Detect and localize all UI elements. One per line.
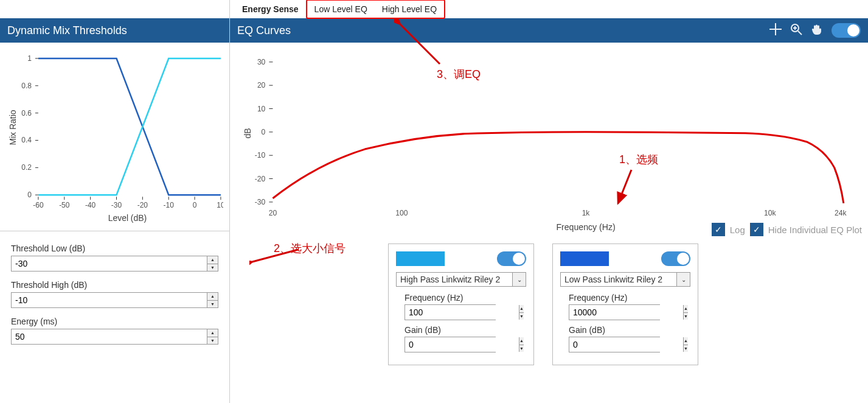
svg-text:10: 10 [257, 105, 266, 113]
svg-text:-30: -30 [255, 198, 266, 206]
energy-label: Energy (ms) [11, 317, 218, 326]
eq-enable-toggle[interactable] [832, 23, 861, 38]
filter1-type-value: High Pass Linkwitz Riley 2 [397, 273, 512, 286]
mix-chart-xlabel: Level (dB) [108, 213, 147, 223]
tab-low-level-eq[interactable]: Low Level EQ [307, 2, 375, 16]
svg-text:-20: -20 [137, 201, 148, 209]
svg-text:0: 0 [262, 128, 266, 136]
filter2-gain-input[interactable]: ▲ ▼ [569, 337, 660, 352]
filter2-type-value: Low Pass Linkwitz Riley 2 [561, 273, 676, 286]
svg-text:30: 30 [257, 58, 266, 66]
filter-box-lowpass: Low Pass Linkwitz Riley 2 ⌄ Frequency (H… [552, 244, 698, 365]
svg-text:-50: -50 [59, 201, 70, 209]
zoom-in-icon[interactable] [790, 23, 802, 38]
svg-text:Frequency (Hz): Frequency (Hz) [556, 222, 615, 232]
mix-chart-ylabel: Mix Ratio [8, 110, 18, 145]
dynamic-mix-header: Dynamic Mix Thresholds [0, 18, 229, 43]
svg-text:-30: -30 [111, 201, 122, 209]
svg-text:0.8: 0.8 [21, 82, 32, 90]
svg-text:0: 0 [193, 201, 197, 209]
spin-down-icon[interactable]: ▼ [519, 313, 524, 320]
filter2-toggle[interactable] [661, 251, 690, 266]
svg-text:10: 10 [217, 201, 223, 209]
svg-line-31 [798, 31, 802, 35]
chevron-down-icon[interactable]: ⌄ [676, 273, 690, 286]
threshold-high-input[interactable]: ▲ ▼ [11, 292, 218, 308]
svg-text:0.2: 0.2 [21, 163, 32, 172]
spin-up-icon[interactable]: ▲ [519, 337, 524, 345]
spin-down-icon[interactable]: ▼ [684, 313, 688, 320]
svg-text:24k: 24k [835, 209, 847, 217]
dynamic-mix-title: Dynamic Mix Thresholds [7, 24, 127, 37]
filter2-color-swatch[interactable] [560, 251, 609, 266]
threshold-high-label: Threshold High (dB) [11, 280, 218, 290]
threshold-form: Threshold Low (dB) ▲ ▼ Threshold High (d… [0, 231, 229, 365]
svg-text:0.6: 0.6 [21, 109, 32, 117]
filter2-freq-label: Frequency (Hz) [569, 293, 682, 303]
right-panel: Energy Sense Low Level EQ High Level EQ … [230, 0, 868, 403]
mix-threshold-chart: 1 0.8 0.6 0.4 0.2 0 -60 -50 -40 [0, 43, 229, 231]
tab-high-level-eq[interactable]: High Level EQ [375, 2, 444, 16]
filter2-type-select[interactable]: Low Pass Linkwitz Riley 2 ⌄ [560, 272, 690, 287]
svg-text:-60: -60 [33, 201, 44, 209]
filter1-freq-label: Frequency (Hz) [404, 293, 518, 303]
filter1-color-swatch[interactable] [396, 251, 445, 266]
svg-text:-10: -10 [255, 151, 266, 159]
spin-up-icon[interactable]: ▲ [684, 337, 688, 345]
spin-down-icon[interactable]: ▼ [207, 301, 218, 308]
spin-up-icon[interactable]: ▲ [207, 256, 218, 264]
filter1-toggle[interactable] [497, 251, 526, 266]
spin-up-icon[interactable]: ▲ [207, 293, 218, 301]
spin-up-icon[interactable]: ▲ [519, 305, 524, 313]
tab-energy-sense[interactable]: Energy Sense [235, 2, 306, 16]
svg-text:1k: 1k [582, 209, 591, 217]
energy-input[interactable]: ▲ ▼ [11, 329, 218, 345]
svg-text:0: 0 [27, 191, 32, 199]
eq-curve-chart[interactable]: 30 20 10 0 -10 -20 -30 20 100 [230, 43, 868, 237]
filter2-freq-input[interactable]: ▲ ▼ [569, 304, 660, 320]
svg-text:-10: -10 [164, 201, 175, 209]
spin-up-icon[interactable]: ▲ [684, 305, 688, 313]
svg-text:10k: 10k [764, 209, 776, 217]
svg-text:-20: -20 [255, 175, 266, 183]
crosshair-icon[interactable] [769, 23, 782, 38]
spin-down-icon[interactable]: ▼ [684, 345, 688, 352]
filter1-gain-label: Gain (dB) [404, 325, 518, 335]
hide-plots-label: Hide Individual EQ Plot [768, 225, 862, 235]
threshold-low-input[interactable]: ▲ ▼ [11, 256, 218, 272]
svg-text:20: 20 [269, 209, 277, 217]
eq-tabs-highlight: Low Level EQ High Level EQ [306, 0, 445, 19]
left-panel: Dynamic Mix Thresholds 1 0.8 0.6 0.4 0.2… [0, 0, 230, 403]
log-checkbox[interactable]: ✓ [712, 223, 725, 236]
svg-text:20: 20 [257, 81, 266, 89]
chevron-down-icon[interactable]: ⌄ [512, 273, 526, 286]
filter1-type-select[interactable]: High Pass Linkwitz Riley 2 ⌄ [396, 272, 526, 287]
svg-text:100: 100 [395, 209, 408, 217]
hide-plots-checkbox[interactable]: ✓ [750, 223, 763, 236]
threshold-low-label: Threshold Low (dB) [11, 244, 218, 253]
tabs-row: Energy Sense Low Level EQ High Level EQ [230, 0, 868, 18]
spin-down-icon[interactable]: ▼ [519, 345, 524, 352]
filter1-gain-input[interactable]: ▲ ▼ [404, 337, 496, 352]
svg-text:-40: -40 [85, 201, 96, 209]
spin-down-icon[interactable]: ▼ [207, 264, 218, 272]
spin-up-icon[interactable]: ▲ [207, 329, 218, 337]
eq-curves-title: EQ Curves [237, 24, 291, 37]
pan-hand-icon[interactable] [811, 23, 823, 38]
spin-down-icon[interactable]: ▼ [207, 337, 218, 345]
filter-box-highpass: High Pass Linkwitz Riley 2 ⌄ Frequency (… [388, 244, 534, 365]
filter2-gain-label: Gain (dB) [569, 325, 682, 335]
log-label: Log [730, 225, 745, 235]
svg-text:1: 1 [27, 54, 32, 63]
filter1-freq-input[interactable]: ▲ ▼ [404, 304, 496, 320]
filter-boxes: High Pass Linkwitz Riley 2 ⌄ Frequency (… [230, 237, 868, 365]
svg-text:dB: dB [243, 128, 252, 138]
eq-curves-header: EQ Curves [230, 18, 868, 43]
svg-text:0.4: 0.4 [21, 136, 32, 144]
